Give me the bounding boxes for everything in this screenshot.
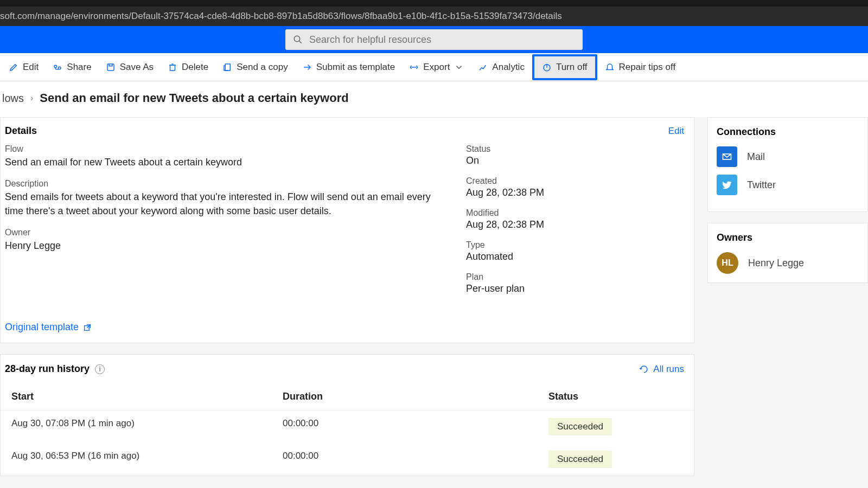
share-label: Share xyxy=(67,62,91,73)
breadcrumb: lows › Send an email for new Tweets abou… xyxy=(0,81,868,117)
command-bar: Edit Share Save As Delete Send a copy Su… xyxy=(0,53,868,81)
created-label: Created xyxy=(466,176,690,186)
repair-label: Repair tips off xyxy=(619,62,676,73)
description-value: Send emails for tweets about a keyword t… xyxy=(5,190,450,218)
submit-template-button[interactable]: Submit as template xyxy=(296,57,402,77)
analytics-button[interactable]: Analytic xyxy=(471,57,531,77)
repair-button[interactable]: Repair tips off xyxy=(598,57,682,77)
col-status: Status xyxy=(548,391,683,402)
url-text: soft.com/manage/environments/Default-375… xyxy=(0,11,562,22)
export-button[interactable]: Export xyxy=(403,57,470,77)
mail-icon xyxy=(717,146,737,167)
run-history-card: 28-day run history i All runs Start Dura… xyxy=(0,354,694,476)
svg-point-0 xyxy=(294,36,300,42)
info-icon[interactable]: i xyxy=(95,364,105,374)
plan-label: Plan xyxy=(466,272,690,282)
delete-label: Delete xyxy=(182,62,208,73)
all-runs-link[interactable]: All runs xyxy=(639,364,684,375)
turnoff-label: Turn off xyxy=(556,62,588,73)
original-template-label: Original template xyxy=(5,322,79,333)
external-link-icon xyxy=(83,323,92,332)
submit-icon xyxy=(302,62,312,72)
copy-icon xyxy=(222,62,232,72)
chevron-right-icon: › xyxy=(30,93,33,103)
details-card: Details Edit FlowSend an email for new T… xyxy=(0,117,694,343)
share-icon xyxy=(53,62,62,72)
connection-item[interactable]: Twitter xyxy=(717,175,859,195)
svg-rect-5 xyxy=(170,65,175,70)
type-value: Automated xyxy=(466,251,690,262)
flow-value: Send an email for new Tweets about a cer… xyxy=(5,155,450,169)
svg-rect-4 xyxy=(107,64,114,70)
sendcopy-label: Send a copy xyxy=(237,62,288,73)
owner-item[interactable]: HL Henry Legge xyxy=(717,252,859,274)
status-badge: Succeeded xyxy=(548,451,612,468)
power-icon xyxy=(542,62,552,72)
status-label: Status xyxy=(466,144,690,154)
breadcrumb-root[interactable]: lows xyxy=(2,92,24,105)
bell-icon xyxy=(605,62,615,72)
search-icon xyxy=(293,35,303,44)
analytics-label: Analytic xyxy=(492,62,525,73)
type-label: Type xyxy=(466,240,690,250)
details-heading: Details xyxy=(5,125,37,137)
run-table-header: Start Duration Status xyxy=(1,383,694,410)
search-input[interactable] xyxy=(309,34,575,46)
col-start: Start xyxy=(11,391,283,402)
analytics-icon xyxy=(478,62,488,72)
page-title: Send an email for new Tweets about a cer… xyxy=(40,91,348,105)
refresh-icon xyxy=(639,364,649,374)
table-row[interactable]: Aug 30, 07:08 PM (1 min ago) 00:00:00 Su… xyxy=(1,410,694,443)
modified-label: Modified xyxy=(466,208,690,218)
created-value: Aug 28, 02:38 PM xyxy=(466,187,690,198)
saveas-button[interactable]: Save As xyxy=(99,57,160,77)
details-edit-link[interactable]: Edit xyxy=(668,126,684,137)
connection-item[interactable]: Mail xyxy=(717,146,859,167)
all-runs-label: All runs xyxy=(653,364,684,375)
delete-icon xyxy=(168,62,177,72)
chevron-down-icon xyxy=(454,62,464,72)
save-icon xyxy=(106,62,116,72)
svg-point-2 xyxy=(54,65,57,68)
twitter-icon xyxy=(717,175,737,195)
table-row[interactable]: Aug 30, 06:53 PM (16 min ago) 00:00:00 S… xyxy=(1,443,694,476)
browser-chrome-top xyxy=(0,0,868,7)
connection-label: Twitter xyxy=(747,179,776,191)
run-duration: 00:00:00 xyxy=(283,451,548,468)
owners-heading: Owners xyxy=(717,232,859,243)
avatar: HL xyxy=(717,252,738,274)
owner-value: Henry Legge xyxy=(5,239,450,253)
app-header xyxy=(0,26,868,53)
original-template-link[interactable]: Original template xyxy=(1,317,694,343)
status-badge: Succeeded xyxy=(548,418,612,435)
run-history-title: 28-day run history xyxy=(5,363,90,375)
svg-line-1 xyxy=(299,41,302,43)
turnoff-button[interactable]: Turn off xyxy=(532,54,597,80)
run-start: Aug 30, 06:53 PM (16 min ago) xyxy=(11,451,283,468)
run-start: Aug 30, 07:08 PM (1 min ago) xyxy=(11,418,283,435)
sendcopy-button[interactable]: Send a copy xyxy=(216,57,295,77)
status-value: On xyxy=(466,155,690,166)
edit-button[interactable]: Edit xyxy=(2,57,45,77)
run-duration: 00:00:00 xyxy=(283,418,548,435)
delete-button[interactable]: Delete xyxy=(161,57,215,77)
saveas-label: Save As xyxy=(120,62,154,73)
description-label: Description xyxy=(5,179,466,189)
export-label: Export xyxy=(423,62,450,73)
submit-label: Submit as template xyxy=(316,62,395,73)
connections-card: Connections Mail Twitter xyxy=(707,117,868,212)
owner-label: Owner xyxy=(5,228,466,237)
connection-label: Mail xyxy=(747,151,765,163)
plan-value: Per-user plan xyxy=(466,283,690,294)
flow-label: Flow xyxy=(5,144,466,154)
edit-label: Edit xyxy=(23,62,39,73)
connections-heading: Connections xyxy=(717,126,859,138)
url-bar[interactable]: soft.com/manage/environments/Default-375… xyxy=(0,7,868,26)
col-duration: Duration xyxy=(283,391,548,402)
share-button[interactable]: Share xyxy=(46,57,98,77)
export-icon xyxy=(409,62,419,72)
search-box[interactable] xyxy=(285,29,583,50)
edit-icon xyxy=(9,62,18,72)
svg-rect-6 xyxy=(225,64,230,70)
run-history-heading: 28-day run history i xyxy=(5,363,105,375)
